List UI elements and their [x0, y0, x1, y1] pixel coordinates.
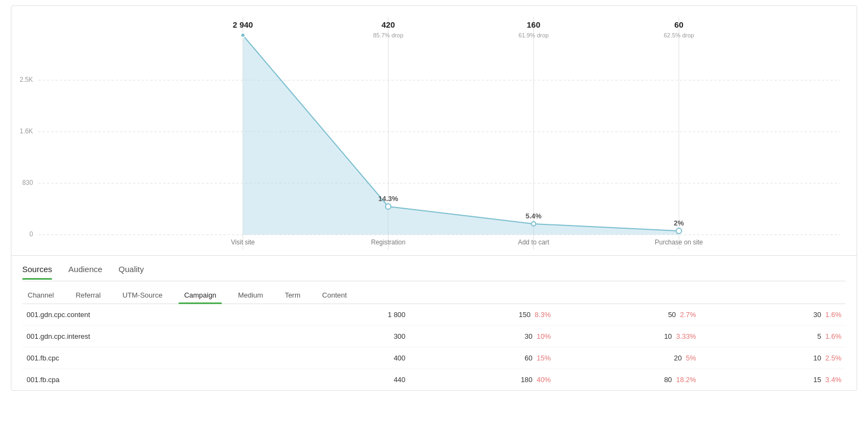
- sub-tabs: Channel Referral UTM-Source Campaign Med…: [22, 281, 846, 304]
- cell-cart: 50 2.7%: [555, 304, 700, 326]
- data-table: 001.gdn.cpc.content 1 800 150 8.3% 50 2.…: [22, 304, 846, 390]
- subtab-referral[interactable]: Referral: [70, 286, 106, 304]
- svg-text:Registration: Registration: [371, 238, 405, 246]
- svg-text:Purchase on site: Purchase on site: [655, 238, 703, 246]
- svg-text:Add to cart: Add to cart: [518, 238, 550, 246]
- svg-text:60: 60: [674, 20, 684, 29]
- cell-visits: 1 800: [297, 304, 410, 326]
- subtab-content[interactable]: Content: [317, 286, 353, 304]
- svg-text:85.7% drop: 85.7% drop: [373, 32, 404, 38]
- table-row: 001.fb.cpa 440 180 40% 80 18.2% 15 3.4%: [22, 369, 846, 391]
- cell-visits: 440: [297, 369, 410, 391]
- svg-text:2 940: 2 940: [233, 20, 253, 29]
- cell-reg: 60 15%: [410, 347, 555, 369]
- cell-reg: 180 40%: [410, 369, 555, 391]
- svg-text:160: 160: [527, 20, 540, 29]
- svg-point-15: [532, 222, 536, 226]
- svg-point-14: [386, 204, 391, 209]
- subtab-term[interactable]: Term: [279, 286, 306, 304]
- cell-reg: 30 10%: [410, 326, 555, 347]
- subtab-utm-source[interactable]: UTM-Source: [117, 286, 168, 304]
- tab-sources[interactable]: Sources: [22, 258, 52, 281]
- cell-campaign: 001.fb.cpa: [22, 369, 297, 391]
- tabs-section: Sources Audience Quality Channel Referra…: [11, 255, 857, 390]
- svg-text:830: 830: [22, 179, 33, 186]
- cell-campaign: 001.fb.cpc: [22, 347, 297, 369]
- svg-point-13: [241, 33, 245, 37]
- funnel-svg: 0 830 1.6K 2.5K 2 940: [17, 11, 846, 250]
- svg-text:2.5K: 2.5K: [20, 76, 33, 83]
- svg-marker-12: [243, 35, 679, 235]
- cell-campaign: 001.gdn.cpc.content: [22, 304, 297, 326]
- tab-audience[interactable]: Audience: [68, 258, 103, 281]
- svg-text:0: 0: [29, 230, 33, 238]
- cell-cart: 10 3.33%: [555, 326, 700, 347]
- svg-text:Visit site: Visit site: [231, 238, 255, 246]
- table-row: 001.gdn.cpc.interest 300 30 10% 10 3.33%…: [22, 326, 846, 347]
- svg-text:1.6K: 1.6K: [20, 127, 33, 135]
- svg-text:420: 420: [381, 20, 395, 29]
- cell-reg: 150 8.3%: [410, 304, 555, 326]
- cell-purchase: 5 1.6%: [700, 326, 846, 347]
- svg-text:62.5% drop: 62.5% drop: [664, 32, 694, 38]
- subtab-campaign[interactable]: Campaign: [178, 286, 221, 304]
- funnel-chart-area: 0 830 1.6K 2.5K 2 940: [11, 6, 857, 255]
- cell-campaign: 001.gdn.cpc.interest: [22, 326, 297, 347]
- svg-text:61.9% drop: 61.9% drop: [519, 32, 549, 38]
- cell-visits: 400: [297, 347, 410, 369]
- main-tabs: Sources Audience Quality: [22, 256, 846, 281]
- svg-point-16: [676, 228, 681, 234]
- cell-cart: 80 18.2%: [555, 369, 700, 391]
- cell-purchase: 10 2.5%: [700, 347, 846, 369]
- svg-text:5.4%: 5.4%: [526, 212, 542, 220]
- table-row: 001.gdn.cpc.content 1 800 150 8.3% 50 2.…: [22, 304, 846, 326]
- tab-quality[interactable]: Quality: [119, 258, 144, 281]
- table-row: 001.fb.cpc 400 60 15% 20 5% 10 2.5%: [22, 347, 846, 369]
- cell-purchase: 15 3.4%: [700, 369, 846, 391]
- subtab-medium[interactable]: Medium: [233, 286, 269, 304]
- svg-text:2%: 2%: [674, 219, 684, 227]
- cell-visits: 300: [297, 326, 410, 347]
- cell-cart: 20 5%: [555, 347, 700, 369]
- svg-text:14.3%: 14.3%: [378, 195, 398, 203]
- cell-purchase: 30 1.6%: [700, 304, 846, 326]
- subtab-channel[interactable]: Channel: [22, 286, 59, 304]
